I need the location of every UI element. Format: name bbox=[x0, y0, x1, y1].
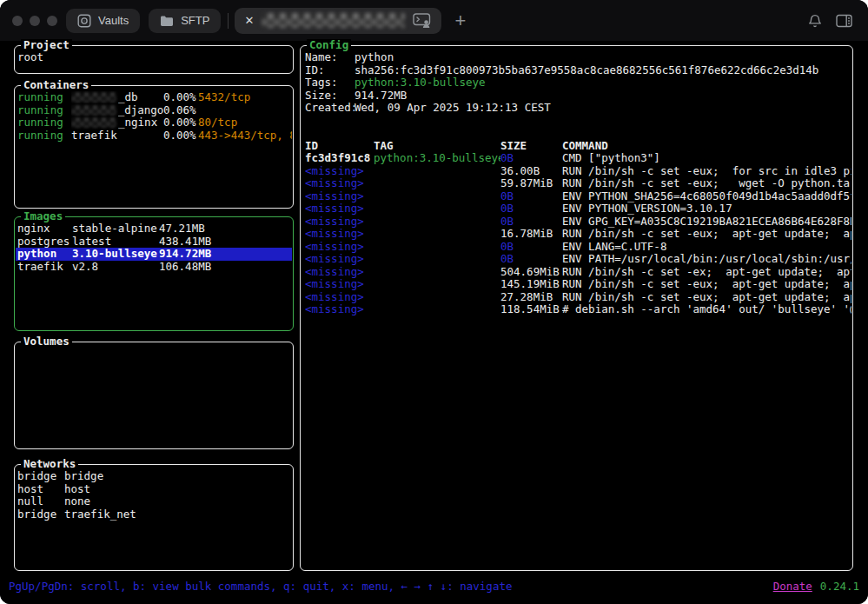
close-window-button[interactable] bbox=[12, 16, 23, 26]
layer-tag bbox=[374, 165, 500, 178]
project-name[interactable]: root bbox=[16, 51, 43, 64]
layer-tag bbox=[374, 177, 500, 190]
network-row[interactable]: bridge traefik_net bbox=[16, 508, 292, 521]
folder-icon bbox=[160, 15, 174, 27]
layer-tag bbox=[374, 216, 500, 229]
layer-size: 0B bbox=[500, 190, 562, 203]
layer-size: 16.78MiB bbox=[500, 228, 562, 241]
zoom-window-button[interactable] bbox=[47, 16, 57, 26]
layer-row[interactable]: <missing> 118.54MiB # debian.sh --arch '… bbox=[305, 303, 851, 316]
vaults-button[interactable]: Vaults bbox=[66, 9, 140, 33]
layer-tag bbox=[374, 278, 500, 291]
container-name: _django bbox=[71, 104, 163, 117]
config-field-label: ID: bbox=[305, 64, 354, 77]
image-name: python bbox=[16, 248, 72, 261]
layer-tag bbox=[374, 241, 500, 254]
network-name: host bbox=[64, 483, 292, 496]
network-name: bridge bbox=[64, 470, 292, 483]
layer-row[interactable]: <missing> 36.00B RUN /bin/sh -c set -eux… bbox=[305, 165, 851, 178]
layer-size: 0B bbox=[500, 241, 562, 254]
layer-row[interactable]: <missing> 145.19MiB RUN /bin/sh -c set -… bbox=[305, 278, 851, 291]
layer-row[interactable]: <missing> 0B ENV PYTHON_SHA256=4c68050f0… bbox=[305, 190, 851, 203]
layer-tag bbox=[374, 190, 500, 203]
layer-row[interactable]: <missing> 0B ENV PYTHON_VERSION=3.10.17 bbox=[305, 202, 851, 216]
new-tab-button[interactable]: + bbox=[451, 11, 469, 30]
container-status: running bbox=[16, 116, 71, 129]
config-field-value: Wed, 09 Apr 2025 19:12:13 CEST bbox=[354, 102, 851, 115]
image-row[interactable]: nginx stable-alpine 47.21MB bbox=[16, 222, 292, 236]
layers-list: fc3d3f91c8 python:3.10-bullseye 0B CMD [… bbox=[305, 152, 851, 316]
layer-size: 0B bbox=[500, 216, 562, 229]
layer-row[interactable]: <missing> 0B ENV LANG=C.UTF-8 bbox=[305, 241, 851, 254]
network-name: traefik_net bbox=[64, 508, 292, 521]
ssh-session-icon bbox=[413, 13, 432, 28]
project-panel[interactable]: Project root bbox=[14, 45, 294, 74]
bell-icon bbox=[807, 13, 823, 29]
layer-size: 59.87MiB bbox=[500, 177, 562, 190]
sftp-button[interactable]: SFTP bbox=[149, 9, 221, 33]
container-ports: 443->443/tcp, 8 bbox=[198, 129, 292, 143]
container-status: running bbox=[16, 91, 71, 104]
layer-id: <missing> bbox=[305, 266, 374, 279]
layer-size: 504.69MiB bbox=[500, 266, 562, 279]
layer-id: <missing> bbox=[305, 241, 374, 254]
layer-row[interactable]: <missing> 0B ENV PATH=/usr/local/bin:/us… bbox=[305, 253, 851, 266]
config-panel[interactable]: Config Name: python ID: sha256:fc3d3f91c… bbox=[300, 45, 853, 571]
network-row[interactable]: null none bbox=[16, 495, 292, 508]
notifications-button[interactable] bbox=[807, 13, 823, 29]
config-field-value: python bbox=[354, 51, 851, 64]
layer-row[interactable]: <missing> 27.28MiB RUN /bin/sh -c set -e… bbox=[305, 291, 851, 304]
containers-panel[interactable]: Containers running _db 0.00% 5432/tcp ru… bbox=[14, 85, 294, 209]
layer-row[interactable]: <missing> 59.87MiB RUN /bin/sh -c set -e… bbox=[305, 177, 851, 190]
layer-tag: python:3.10-bullseye bbox=[374, 152, 500, 165]
networks-panel[interactable]: Networks bridge bridge host host null bbox=[14, 464, 294, 571]
app-window: Vaults SFTP ✕ + bbox=[0, 0, 868, 604]
layer-row[interactable]: <missing> 0B ENV GPG_KEY=A035C8C19219BA8… bbox=[305, 216, 851, 229]
image-row[interactable]: python 3.10-bullseye 914.72MB bbox=[16, 248, 292, 261]
layer-tag bbox=[374, 228, 500, 241]
container-cpu: 0.06% bbox=[163, 104, 198, 117]
network-row[interactable]: host host bbox=[16, 483, 292, 496]
terminal-tab[interactable]: ✕ bbox=[235, 8, 441, 34]
image-row[interactable]: postgres latest 438.41MB bbox=[16, 236, 292, 249]
containers-list: running _db 0.00% 5432/tcp running _djan… bbox=[15, 86, 293, 208]
layer-row[interactable]: <missing> 504.69MiB RUN /bin/sh -c set -… bbox=[305, 266, 851, 279]
layers-header-command: COMMAND bbox=[562, 140, 851, 153]
container-row[interactable]: running _django 0.06% bbox=[16, 104, 292, 117]
container-cpu: 0.00% bbox=[163, 129, 198, 143]
container-status: running bbox=[16, 129, 71, 143]
layers-header-row: ID TAG SIZE COMMAND bbox=[305, 140, 851, 153]
layer-command: RUN /bin/sh -c set -ex; apt-get update; … bbox=[562, 266, 851, 279]
layer-size: 0B bbox=[500, 253, 562, 266]
layer-row[interactable]: fc3d3f91c8 python:3.10-bullseye 0B CMD [… bbox=[305, 152, 851, 165]
container-row[interactable]: running _nginx 0.00% 80/tcp bbox=[16, 116, 292, 129]
layer-size: 0B bbox=[500, 152, 562, 165]
donate-link[interactable]: Donate bbox=[773, 581, 812, 594]
layer-tag bbox=[374, 202, 500, 216]
container-row[interactable]: running traefik 0.00% 443->443/tcp, 8 bbox=[16, 129, 292, 143]
close-tab-icon[interactable]: ✕ bbox=[244, 15, 254, 26]
images-panel[interactable]: Images nginx stable-alpine 47.21MB postg… bbox=[14, 216, 294, 331]
container-cpu: 0.00% bbox=[163, 116, 198, 129]
layer-command: RUN /bin/sh -c set -eux; apt-get update;… bbox=[562, 228, 851, 241]
network-driver: bridge bbox=[16, 470, 64, 483]
container-row[interactable]: running _db 0.00% 5432/tcp bbox=[16, 91, 292, 104]
layer-id: <missing> bbox=[305, 278, 374, 291]
image-name: traefik bbox=[16, 261, 72, 274]
image-tag: stable-alpine bbox=[72, 222, 159, 236]
volumes-panel[interactable]: Volumes bbox=[14, 342, 294, 449]
layer-row[interactable]: <missing> 16.78MiB RUN /bin/sh -c set -e… bbox=[305, 228, 851, 241]
config-field-row: Created: Wed, 09 Apr 2025 19:12:13 CEST bbox=[305, 102, 851, 115]
image-size: 106.48MB bbox=[159, 261, 292, 274]
minimize-window-button[interactable] bbox=[30, 16, 40, 26]
layer-size: 118.54MiB bbox=[500, 303, 562, 316]
redacted-container-name bbox=[71, 105, 116, 116]
config-spacer bbox=[305, 115, 851, 140]
image-row[interactable]: traefik v2.8 106.48MB bbox=[16, 261, 292, 274]
network-row[interactable]: bridge bridge bbox=[16, 470, 292, 483]
layer-tag bbox=[374, 266, 500, 279]
layer-id: <missing> bbox=[305, 190, 374, 203]
layer-id: <missing> bbox=[305, 165, 374, 178]
panel-layout-button[interactable] bbox=[836, 14, 852, 28]
layer-command: ENV PATH=/usr/local/bin:/usr/local/sbin:… bbox=[562, 253, 851, 266]
